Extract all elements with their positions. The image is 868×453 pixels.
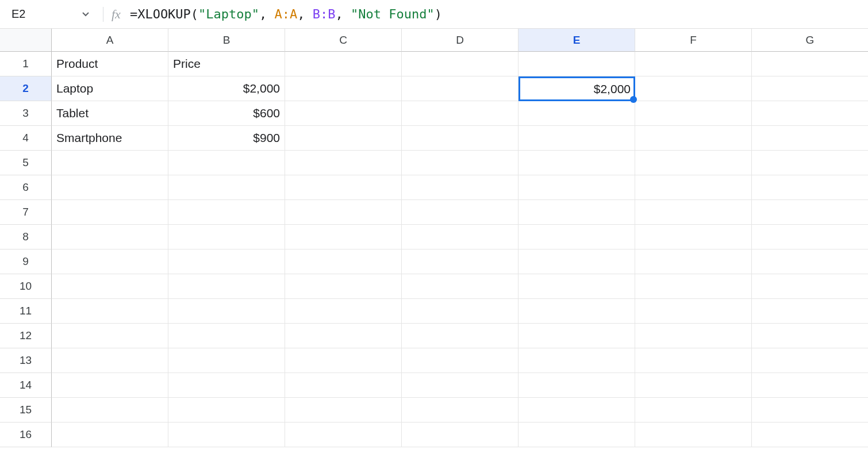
- cell-d5[interactable]: [402, 151, 519, 175]
- name-box[interactable]: E2: [6, 4, 95, 24]
- cell-f14[interactable]: [635, 373, 752, 398]
- row-header-10[interactable]: 10: [0, 274, 52, 299]
- cell-g9[interactable]: [752, 249, 868, 274]
- cell-d11[interactable]: [402, 299, 519, 324]
- cell-g7[interactable]: [752, 200, 868, 225]
- cell-f4[interactable]: [635, 126, 752, 151]
- row-header-7[interactable]: 7: [0, 200, 52, 225]
- cell-a10[interactable]: [52, 274, 168, 299]
- cell-b13[interactable]: [168, 348, 285, 373]
- cell-f15[interactable]: [635, 398, 752, 423]
- cell-c16[interactable]: [285, 423, 402, 447]
- cell-c6[interactable]: [285, 175, 402, 200]
- cell-a1[interactable]: Product: [52, 52, 168, 76]
- column-header-b[interactable]: B: [168, 29, 285, 52]
- cell-g10[interactable]: [752, 274, 868, 299]
- cell-b12[interactable]: [168, 324, 285, 348]
- cell-b8[interactable]: [168, 225, 285, 249]
- cell-e3[interactable]: [519, 101, 635, 126]
- cell-b2[interactable]: $2,000: [168, 76, 285, 101]
- cell-f12[interactable]: [635, 324, 752, 348]
- cell-f1[interactable]: [635, 52, 752, 76]
- cell-e11[interactable]: [519, 299, 635, 324]
- cell-d13[interactable]: [402, 348, 519, 373]
- cell-a8[interactable]: [52, 225, 168, 249]
- selection-handle[interactable]: [630, 96, 637, 103]
- row-header-8[interactable]: 8: [0, 225, 52, 249]
- cell-f11[interactable]: [635, 299, 752, 324]
- cell-e10[interactable]: [519, 274, 635, 299]
- cell-b5[interactable]: [168, 151, 285, 175]
- cell-a12[interactable]: [52, 324, 168, 348]
- cell-f16[interactable]: [635, 423, 752, 447]
- cell-g3[interactable]: [752, 101, 868, 126]
- cell-a6[interactable]: [52, 175, 168, 200]
- cell-d4[interactable]: [402, 126, 519, 151]
- row-header-2[interactable]: 2: [0, 76, 52, 101]
- cell-g1[interactable]: [752, 52, 868, 76]
- cell-e14[interactable]: [519, 373, 635, 398]
- cell-d3[interactable]: [402, 101, 519, 126]
- cell-g16[interactable]: [752, 423, 868, 447]
- cell-d7[interactable]: [402, 200, 519, 225]
- cell-f9[interactable]: [635, 249, 752, 274]
- cell-b6[interactable]: [168, 175, 285, 200]
- cell-e12[interactable]: [519, 324, 635, 348]
- cell-e5[interactable]: [519, 151, 635, 175]
- cell-c8[interactable]: [285, 225, 402, 249]
- cell-d14[interactable]: [402, 373, 519, 398]
- cell-e16[interactable]: [519, 423, 635, 447]
- cell-b16[interactable]: [168, 423, 285, 447]
- cell-c5[interactable]: [285, 151, 402, 175]
- cell-f2[interactable]: [635, 76, 752, 101]
- cell-b15[interactable]: [168, 398, 285, 423]
- cell-c3[interactable]: [285, 101, 402, 126]
- column-header-f[interactable]: F: [635, 29, 752, 52]
- column-header-a[interactable]: A: [52, 29, 168, 52]
- cell-c14[interactable]: [285, 373, 402, 398]
- row-header-14[interactable]: 14: [0, 373, 52, 398]
- cell-d9[interactable]: [402, 249, 519, 274]
- cell-a13[interactable]: [52, 348, 168, 373]
- cell-c4[interactable]: [285, 126, 402, 151]
- cell-d2[interactable]: [402, 76, 519, 101]
- cell-e4[interactable]: [519, 126, 635, 151]
- cell-e13[interactable]: [519, 348, 635, 373]
- row-header-6[interactable]: 6: [0, 175, 52, 200]
- cell-g4[interactable]: [752, 126, 868, 151]
- cell-c10[interactable]: [285, 274, 402, 299]
- row-header-5[interactable]: 5: [0, 151, 52, 175]
- row-header-4[interactable]: 4: [0, 126, 52, 151]
- cell-f6[interactable]: [635, 175, 752, 200]
- cell-g13[interactable]: [752, 348, 868, 373]
- cell-a7[interactable]: [52, 200, 168, 225]
- cell-g2[interactable]: [752, 76, 868, 101]
- cell-e9[interactable]: [519, 249, 635, 274]
- cell-b10[interactable]: [168, 274, 285, 299]
- cell-d15[interactable]: [402, 398, 519, 423]
- column-header-c[interactable]: C: [285, 29, 402, 52]
- cell-c9[interactable]: [285, 249, 402, 274]
- cell-b11[interactable]: [168, 299, 285, 324]
- cell-a3[interactable]: Tablet: [52, 101, 168, 126]
- row-header-1[interactable]: 1: [0, 52, 52, 76]
- cell-c13[interactable]: [285, 348, 402, 373]
- cell-a14[interactable]: [52, 373, 168, 398]
- cell-c7[interactable]: [285, 200, 402, 225]
- cell-f13[interactable]: [635, 348, 752, 373]
- cell-f7[interactable]: [635, 200, 752, 225]
- cell-e15[interactable]: [519, 398, 635, 423]
- cell-e2[interactable]: $2,000: [519, 76, 635, 101]
- cell-e8[interactable]: [519, 225, 635, 249]
- cell-g6[interactable]: [752, 175, 868, 200]
- cell-a11[interactable]: [52, 299, 168, 324]
- cell-d12[interactable]: [402, 324, 519, 348]
- cell-f3[interactable]: [635, 101, 752, 126]
- cell-c1[interactable]: [285, 52, 402, 76]
- cell-b1[interactable]: Price: [168, 52, 285, 76]
- cell-c11[interactable]: [285, 299, 402, 324]
- cell-b9[interactable]: [168, 249, 285, 274]
- row-header-13[interactable]: 13: [0, 348, 52, 373]
- cell-a16[interactable]: [52, 423, 168, 447]
- cell-a2[interactable]: Laptop: [52, 76, 168, 101]
